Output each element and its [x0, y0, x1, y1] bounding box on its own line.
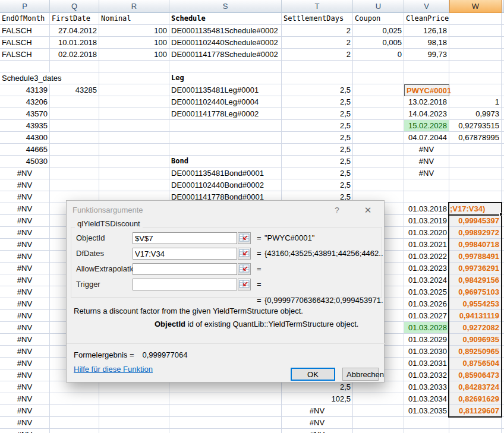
cell-S13[interactable]: Bond	[169, 156, 282, 167]
cell-empty[interactable]	[50, 96, 99, 108]
cell-T14[interactable]: 2,5	[282, 167, 353, 179]
cell-W27[interactable]: 0,9272082	[449, 322, 502, 334]
cell-empty[interactable]	[353, 132, 404, 144]
cell-P30[interactable]: #NV	[0, 358, 50, 369]
cell-empty[interactable]	[99, 84, 169, 96]
cell-empty[interactable]	[353, 61, 404, 72]
cell-V8[interactable]: 13.02.2018	[404, 96, 449, 108]
cell-V20[interactable]: 01.03.2021	[404, 239, 449, 251]
cell-T35[interactable]: #NV	[282, 417, 353, 429]
cell-empty[interactable]	[353, 120, 404, 132]
cell-T3[interactable]: 2	[282, 37, 353, 49]
cell-empty[interactable]	[502, 274, 504, 286]
cell-P15[interactable]: #NV	[0, 179, 50, 191]
cell-empty[interactable]	[353, 381, 404, 393]
cell-empty[interactable]	[353, 429, 404, 433]
cell-S3[interactable]: DE0001102440Schedule#0002	[169, 37, 282, 49]
cell-empty[interactable]	[502, 96, 504, 108]
cancel-button[interactable]: Abbrechen	[342, 368, 379, 381]
cell-empty[interactable]	[404, 417, 449, 429]
cell-empty[interactable]	[449, 25, 502, 37]
cell-Q1[interactable]: FirstDate	[50, 13, 99, 25]
cell-empty[interactable]	[449, 13, 502, 25]
cell-P21[interactable]: #NV	[0, 251, 50, 263]
cell-V28[interactable]: 01.03.2029	[404, 334, 449, 346]
cell-T12[interactable]: 2,5	[282, 144, 353, 156]
cell-V23[interactable]: 01.03.2024	[404, 274, 449, 286]
cell-W19[interactable]: 0,99892972	[449, 227, 502, 239]
cell-empty[interactable]	[502, 369, 504, 381]
cell-P7[interactable]: 43139	[0, 84, 50, 96]
cell-empty[interactable]	[502, 429, 504, 433]
cell-empty[interactable]	[282, 72, 353, 84]
cell-V12[interactable]: #NV	[404, 144, 449, 156]
cell-empty[interactable]	[99, 156, 169, 167]
cell-empty[interactable]	[353, 417, 404, 429]
cell-empty[interactable]	[404, 429, 449, 433]
cell-P26[interactable]: #NV	[0, 310, 50, 322]
cell-empty[interactable]	[50, 417, 99, 429]
cell-V30[interactable]: 01.03.2031	[404, 358, 449, 369]
cell-V2[interactable]: 126,18	[404, 25, 449, 37]
cell-V32[interactable]: 01.03.2033	[404, 381, 449, 393]
cell-empty[interactable]	[449, 156, 502, 167]
cell-U1[interactable]: Coupon	[353, 13, 404, 25]
cell-W29[interactable]: 0,89250965	[449, 346, 502, 358]
cell-empty[interactable]	[502, 251, 504, 263]
cell-P23[interactable]: #NV	[0, 274, 50, 286]
cell-P27[interactable]: #NV	[0, 322, 50, 334]
cell-V14[interactable]: #NV	[404, 167, 449, 179]
cell-empty[interactable]	[502, 132, 504, 144]
cell-empty[interactable]	[404, 191, 449, 203]
cell-empty[interactable]	[353, 72, 404, 84]
cell-P24[interactable]: #NV	[0, 286, 50, 298]
cell-V26[interactable]: 01.03.2027	[404, 310, 449, 322]
collapse-dialog-button[interactable]	[238, 279, 251, 290]
cell-empty[interactable]	[502, 286, 504, 298]
collapse-dialog-button[interactable]	[238, 263, 251, 275]
cell-T2[interactable]: 2	[282, 25, 353, 37]
cell-P12[interactable]: 44665	[0, 144, 50, 156]
cell-P14[interactable]: #NV	[0, 167, 50, 179]
cell-empty[interactable]	[502, 72, 504, 84]
cell-empty[interactable]	[50, 120, 99, 132]
cell-empty[interactable]	[50, 179, 99, 191]
cell-W23[interactable]: 0,98429156	[449, 274, 502, 286]
cell-empty[interactable]	[502, 37, 504, 49]
cell-empty[interactable]	[169, 393, 282, 405]
cell-empty[interactable]	[0, 61, 50, 72]
cell-P36[interactable]: #NV	[0, 429, 50, 433]
cell-empty[interactable]	[449, 191, 502, 203]
cell-empty[interactable]	[502, 179, 504, 191]
argument-input-allowextrapolation[interactable]	[133, 263, 237, 275]
cell-V9[interactable]: 14.04.2023	[404, 108, 449, 120]
help-icon[interactable]: ?	[328, 204, 346, 216]
cell-empty[interactable]	[50, 381, 99, 393]
cell-empty[interactable]	[169, 132, 282, 144]
cell-empty[interactable]	[50, 429, 99, 433]
cell-empty[interactable]	[99, 108, 169, 120]
cell-P10[interactable]: 43935	[0, 120, 50, 132]
cell-empty[interactable]	[50, 167, 99, 179]
cell-S7[interactable]: DE0001135481Leg#0001	[169, 84, 282, 96]
cell-empty[interactable]	[449, 72, 502, 84]
cell-empty[interactable]	[99, 429, 169, 433]
cell-empty[interactable]	[353, 108, 404, 120]
cell-P25[interactable]: #NV	[0, 298, 50, 310]
cell-empty[interactable]	[353, 405, 404, 417]
cell-empty[interactable]	[502, 393, 504, 405]
cell-empty[interactable]	[353, 393, 404, 405]
cell-P13[interactable]: 45030	[0, 156, 50, 167]
cell-V22[interactable]: 01.03.2023	[404, 263, 449, 274]
cell-empty[interactable]	[449, 429, 502, 433]
cell-empty[interactable]	[169, 417, 282, 429]
cell-T4[interactable]: 2	[282, 49, 353, 61]
cell-V17[interactable]: 01.03.2018	[404, 203, 449, 215]
cell-empty[interactable]	[50, 61, 99, 72]
cell-empty[interactable]	[449, 167, 502, 179]
cell-W34[interactable]: 0,81129607	[449, 405, 502, 417]
cell-W32[interactable]: 0,84283724	[449, 381, 502, 393]
cell-empty[interactable]	[449, 84, 502, 96]
cell-empty[interactable]	[502, 239, 504, 251]
cell-Q4[interactable]: 02.02.2018	[50, 49, 99, 61]
